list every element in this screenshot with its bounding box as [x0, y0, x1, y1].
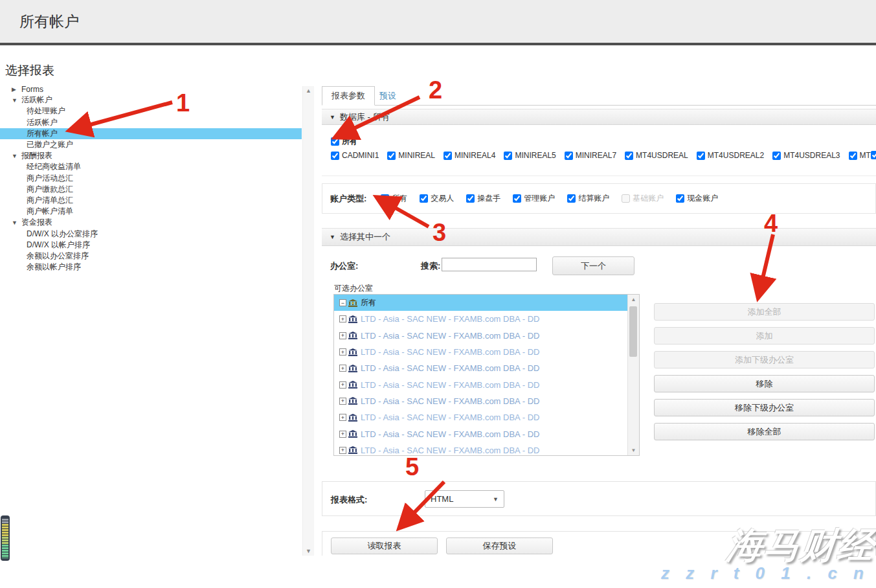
expand-box-icon[interactable]: +: [339, 431, 346, 438]
office-row[interactable]: + LTD - Asia - SAC NEW - FXAMB.com DBA -…: [334, 311, 628, 327]
account-type-checkbox[interactable]: [466, 194, 475, 203]
database-checkbox[interactable]: [504, 152, 512, 160]
database-section-header[interactable]: ▼ 数据库 - 所有: [322, 109, 876, 125]
expand-box-icon[interactable]: +: [339, 332, 346, 339]
office-row[interactable]: + LTD - Asia - SAC NEW - FXAMB.com DBA -…: [334, 376, 628, 392]
panel-scrollbar[interactable]: ▲ ▼: [302, 86, 314, 556]
database-checkbox[interactable]: [444, 152, 452, 160]
expand-box-icon[interactable]: +: [339, 348, 346, 356]
expand-box-icon[interactable]: +: [339, 315, 346, 322]
database-checkbox[interactable]: [772, 152, 781, 160]
tree-item[interactable]: 所有帐户: [0, 128, 302, 139]
search-input[interactable]: [442, 258, 537, 271]
expand-box-icon[interactable]: +: [339, 365, 346, 372]
account-type-checkbox[interactable]: [676, 194, 684, 203]
choose-one-section-header[interactable]: ▼ 选择其中一个: [322, 228, 876, 246]
office-row[interactable]: + LTD - Asia - SAC NEW - FXAMB.com DBA -…: [334, 442, 628, 455]
tab-presets[interactable]: 预设: [370, 86, 405, 105]
office-row[interactable]: + LTD - Asia - SAC NEW - FXAMB.com DBA -…: [334, 360, 628, 376]
tree-toggle-icon[interactable]: ▶: [12, 86, 21, 93]
database-checkbox-item[interactable]: MT4USDREAL: [625, 151, 688, 160]
expand-box-icon[interactable]: +: [339, 414, 346, 421]
expand-box-icon[interactable]: +: [339, 398, 346, 405]
database-all-checkbox-item[interactable]: 所有: [331, 136, 357, 147]
tree-toggle-icon[interactable]: ▼: [12, 153, 21, 159]
database-checkbox[interactable]: [331, 152, 339, 160]
transfer-button[interactable]: 添加: [654, 327, 875, 345]
save-preset-button[interactable]: 保存预设: [446, 537, 553, 554]
office-row[interactable]: + LTD - Asia - SAC NEW - FXAMB.com DBA -…: [334, 344, 628, 360]
next-button[interactable]: 下一个: [552, 256, 635, 275]
database-checkbox[interactable]: [565, 152, 573, 160]
transfer-button[interactable]: 移除下级办公室: [654, 399, 875, 416]
account-type-checkbox[interactable]: [622, 194, 630, 203]
expand-box-icon[interactable]: +: [339, 381, 346, 389]
transfer-button[interactable]: 添加全部: [654, 303, 875, 321]
scroll-down-icon[interactable]: ▼: [628, 447, 639, 453]
scroll-down-icon[interactable]: ▼: [303, 548, 314, 554]
database-checkbox-cutoff[interactable]: [871, 151, 876, 159]
office-row[interactable]: + LTD - Asia - SAC NEW - FXAMB.com DBA -…: [334, 425, 628, 442]
expand-box-icon[interactable]: +: [339, 447, 346, 454]
account-type-checkbox[interactable]: [513, 194, 521, 203]
database-checkbox-item[interactable]: MINIREAL5: [504, 151, 556, 160]
account-type-checkbox-item[interactable]: 所有: [381, 193, 407, 204]
account-type-checkbox-item[interactable]: 现金账户: [676, 193, 718, 204]
tree-toggle-icon[interactable]: ▼: [12, 220, 21, 226]
database-all-checkbox[interactable]: [331, 137, 339, 146]
scroll-up-icon[interactable]: ▲: [303, 87, 314, 94]
scrollbar-thumb[interactable]: [629, 306, 637, 357]
account-type-checkbox[interactable]: [420, 194, 428, 203]
tree-item[interactable]: 待处理账户: [0, 106, 302, 117]
account-type-checkbox-item[interactable]: 交易人: [420, 193, 454, 204]
account-type-checkbox-item[interactable]: 管理账户: [513, 193, 555, 204]
tree-item[interactable]: ▼ 资金报表: [0, 217, 302, 228]
transfer-button[interactable]: 移除全部: [654, 423, 875, 440]
office-row[interactable]: + LTD - Asia - SAC NEW - FXAMB.com DBA -…: [334, 328, 628, 344]
tree-item[interactable]: 商户活动总汇: [0, 173, 302, 184]
tree-item[interactable]: 余额以办公室排序: [0, 251, 302, 262]
tree-item[interactable]: D/W/X 以帐户排序: [0, 240, 302, 251]
tree-item[interactable]: 余额以帐户排序: [0, 262, 302, 273]
database-checkbox-item[interactable]: MT4USDREAL3: [772, 151, 840, 160]
tree-item[interactable]: 经纪商收益清单: [0, 161, 302, 172]
tree-item[interactable]: ▶ Forms: [0, 84, 302, 95]
database-checkbox-item[interactable]: MINIREAL: [387, 151, 435, 160]
tree-item-label: 商户帐户清单: [27, 206, 73, 217]
tree-toggle-icon[interactable]: ▼: [12, 97, 21, 104]
database-checkbox-item[interactable]: MT4USDREAL2: [697, 151, 764, 160]
office-list-scrollbar[interactable]: ▲ ▼: [627, 295, 639, 455]
account-type-checkbox-item[interactable]: 操盘手: [466, 193, 500, 204]
account-type-checkbox-item[interactable]: 基础账户: [622, 193, 664, 204]
tree-item[interactable]: 活跃帐户: [0, 117, 302, 128]
database-label: MT4USDREAL2: [708, 151, 764, 160]
database-checkbox-item[interactable]: MINIREAL7: [565, 151, 616, 160]
account-type-checkbox[interactable]: [381, 194, 389, 203]
scroll-up-icon[interactable]: ▲: [628, 297, 639, 302]
tree-item[interactable]: ▼ 活跃帐户: [0, 95, 302, 106]
database-checkbox[interactable]: [625, 152, 633, 160]
database-checkbox[interactable]: [387, 152, 396, 160]
account-type-checkbox[interactable]: [567, 194, 576, 203]
database-checkbox-item[interactable]: MINIREAL4: [444, 151, 495, 160]
tree-item[interactable]: 商户清单总汇: [0, 195, 302, 206]
database-checkbox-item[interactable]: CADMINI1: [331, 151, 379, 160]
database-checkbox[interactable]: [849, 152, 857, 160]
office-row-all[interactable]: − 所有: [334, 295, 628, 311]
tree-item[interactable]: 已撤户之账户: [0, 139, 302, 150]
office-row[interactable]: + LTD - Asia - SAC NEW - FXAMB.com DBA -…: [334, 409, 628, 425]
report-format-select[interactable]: HTML ▼: [425, 490, 504, 508]
load-report-button[interactable]: 读取报表: [331, 537, 438, 554]
transfer-button[interactable]: 添加下级办公室: [654, 351, 875, 368]
account-type-checkbox-item[interactable]: 结算账户: [567, 193, 609, 204]
database-checkbox[interactable]: [697, 152, 705, 160]
tree-item[interactable]: 商户缴款总汇: [0, 184, 302, 195]
transfer-button[interactable]: 移除: [654, 375, 875, 392]
level-bars-icon: [2, 518, 8, 558]
tree-item[interactable]: ▼ 报酬报表: [0, 150, 302, 161]
tab-report-params[interactable]: 报表参数: [322, 86, 375, 106]
collapse-box-icon[interactable]: −: [339, 299, 346, 306]
office-row[interactable]: + LTD - Asia - SAC NEW - FXAMB.com DBA -…: [334, 393, 628, 409]
tree-item[interactable]: D/W/X 以办公室排序: [0, 228, 302, 239]
tree-item[interactable]: 商户帐户清单: [0, 206, 302, 217]
